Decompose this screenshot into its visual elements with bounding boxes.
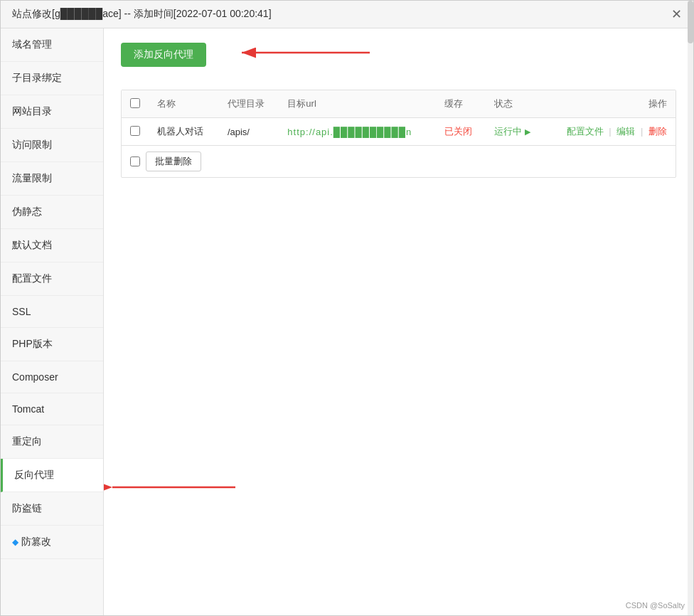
row-actions: 配置文件 | 编辑 | 删除 [545,118,676,146]
header-actions: 操作 [545,90,676,118]
sidebar-item-pseudo[interactable]: 伪静态 [1,196,103,229]
sidebar-item-flow[interactable]: 流量限制 [1,162,103,196]
row-cache: 已关闭 [436,118,486,146]
add-button-area: 添加反向代理 [121,43,206,78]
header-proxy-dir: 代理目录 [219,90,279,118]
header-target-url: 目标url [279,90,436,118]
dialog: 站点修改[g██████ace] -- 添加时间[2022-07-01 00:2… [0,0,694,616]
table-header-row: 名称 代理目录 目标url 缓存 状态 操作 [122,90,676,118]
separator-2: | [641,126,643,137]
sidebar-arrow-indicator [104,473,246,501]
footer-note: CSDN @SoSalty [626,601,685,610]
sidebar-item-domain[interactable]: 域名管理 [1,28,103,62]
diamond-icon: ◆ [12,537,18,547]
row-name: 机器人对话 [149,118,219,146]
scrollbar[interactable] [688,28,693,615]
header-checkbox-col [122,90,149,118]
bulk-delete-button[interactable]: 批量删除 [146,152,201,171]
delete-link[interactable]: 删除 [648,126,667,137]
sidebar-item-default-doc[interactable]: 默认文档 [1,229,103,262]
add-reverse-proxy-button[interactable]: 添加反向代理 [121,43,206,67]
row-checkbox-cell [122,118,149,146]
sidebar-item-tomcat[interactable]: Tomcat [1,393,103,425]
main-content: 添加反向代理 [104,28,693,615]
header-cache: 缓存 [436,90,486,118]
sidebar: 域名管理 子目录绑定 网站目录 访问限制 流量限制 伪静态 默认文档 配置文件 [1,28,104,615]
dialog-title: 站点修改[g██████ace] -- 添加时间[2022-07-01 00:2… [12,8,272,21]
dialog-titlebar: 站点修改[g██████ace] -- 添加时间[2022-07-01 00:2… [1,1,693,28]
sidebar-item-sitedir[interactable]: 网站目录 [1,95,103,129]
row-checkbox[interactable] [130,126,140,136]
sidebar-item-config[interactable]: 配置文件 [1,262,103,296]
sidebar-item-php[interactable]: PHP版本 [1,328,103,361]
row-proxy-dir: /apis/ [219,118,279,146]
bulk-checkbox[interactable] [130,156,140,166]
sidebar-item-hotlink[interactable]: 防盗链 [1,492,103,526]
header-name: 名称 [149,90,219,118]
sidebar-item-redirect[interactable]: 重定向 [1,425,103,459]
sidebar-item-composer[interactable]: Composer [1,361,103,393]
arrow-indicator [235,40,377,65]
sidebar-item-subdir[interactable]: 子目录绑定 [1,62,103,95]
close-button[interactable]: ✕ [671,8,682,21]
sidebar-item-access[interactable]: 访问限制 [1,129,103,162]
scrollbar-thumb[interactable] [688,28,693,43]
config-file-link[interactable]: 配置文件 [567,126,604,137]
row-status: 运行中 ▶ [486,118,545,146]
select-all-checkbox[interactable] [130,98,140,108]
bulk-delete-row: 批量删除 [122,145,676,177]
edit-link[interactable]: 编辑 [616,126,635,137]
sidebar-item-anti-tamper[interactable]: ◆ 防篡改 [1,526,103,559]
sidebar-item-ssl[interactable]: SSL [1,296,103,328]
dialog-body: 域名管理 子目录绑定 网站目录 访问限制 流量限制 伪静态 默认文档 配置文件 [1,28,693,615]
sidebar-item-reverse-proxy[interactable]: 反向代理 [1,459,103,492]
table-row: 机器人对话 /apis/ http://api.██████████n 已关闭 [122,118,676,146]
proxy-table: 名称 代理目录 目标url 缓存 状态 操作 [122,90,676,145]
proxy-table-container: 名称 代理目录 目标url 缓存 状态 操作 [121,90,676,178]
header-status: 状态 [486,90,545,118]
row-target-url: http://api.██████████n [279,118,436,146]
separator-1: | [609,126,611,137]
play-icon: ▶ [525,127,530,136]
